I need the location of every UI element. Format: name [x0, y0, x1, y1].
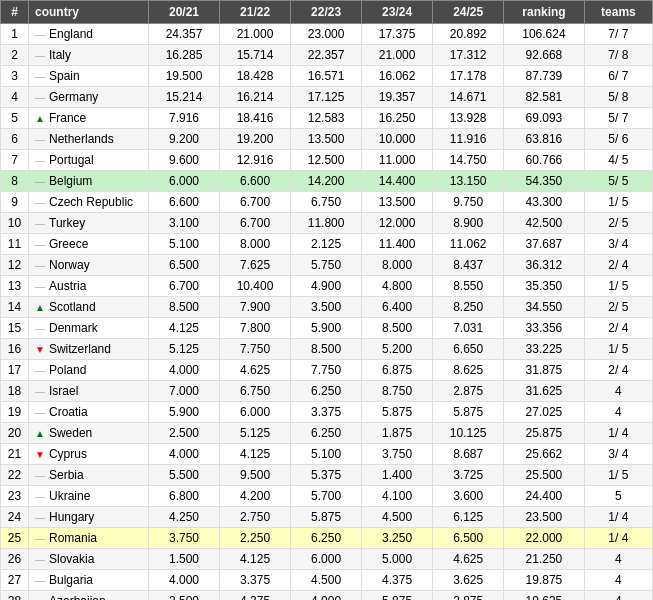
cell-y2425: 2.875: [433, 591, 504, 601]
cell-y2021: 6.700: [149, 276, 220, 297]
trend-icon: —: [35, 71, 45, 82]
trend-icon: —: [35, 281, 45, 292]
cell-ranking: 35.350: [504, 276, 585, 297]
country-name: Italy: [49, 48, 71, 62]
cell-teams: 7/ 8: [584, 45, 652, 66]
country-name: Hungary: [49, 510, 94, 524]
cell-y2223: 11.800: [291, 213, 362, 234]
trend-icon: —: [35, 197, 45, 208]
trend-icon: —: [35, 218, 45, 229]
cell-y2223: 12.500: [291, 150, 362, 171]
cell-y2021: 4.000: [149, 360, 220, 381]
col-teams: teams: [584, 1, 652, 24]
cell-y2223: 5.375: [291, 465, 362, 486]
cell-y2223: 6.250: [291, 423, 362, 444]
cell-y2425: 3.725: [433, 465, 504, 486]
country-name: Sweden: [49, 426, 92, 440]
cell-y2021: 6.600: [149, 192, 220, 213]
cell-y2425: 11.062: [433, 234, 504, 255]
table-row: 6 — Netherlands 9.200 19.200 13.500 10.0…: [1, 129, 653, 150]
country-name: Turkey: [49, 216, 85, 230]
cell-rank: 8: [1, 171, 29, 192]
cell-ranking: 23.500: [504, 507, 585, 528]
cell-y2425: 3.600: [433, 486, 504, 507]
cell-teams: 4: [584, 591, 652, 601]
cell-y2021: 2.500: [149, 423, 220, 444]
cell-y2223: 5.875: [291, 507, 362, 528]
cell-y2324: 4.800: [362, 276, 433, 297]
table-row: 19 — Croatia 5.900 6.000 3.375 5.875 5.8…: [1, 402, 653, 423]
cell-ranking: 19.625: [504, 591, 585, 601]
country-name: Poland: [49, 363, 86, 377]
cell-y2021: 16.285: [149, 45, 220, 66]
cell-teams: 3/ 4: [584, 444, 652, 465]
cell-y2223: 5.100: [291, 444, 362, 465]
cell-y2324: 5.200: [362, 339, 433, 360]
table-row: 21 ▼ Cyprus 4.000 4.125 5.100 3.750 8.68…: [1, 444, 653, 465]
table-row: 8 — Belgium 6.000 6.600 14.200 14.400 13…: [1, 171, 653, 192]
trend-icon: —: [35, 470, 45, 481]
cell-y2122: 12.916: [220, 150, 291, 171]
cell-rank: 20: [1, 423, 29, 444]
cell-ranking: 92.668: [504, 45, 585, 66]
trend-icon: —: [35, 323, 45, 334]
cell-teams: 1/ 5: [584, 192, 652, 213]
table-row: 23 — Ukraine 6.800 4.200 5.700 4.100 3.6…: [1, 486, 653, 507]
country-name: Ukraine: [49, 489, 90, 503]
cell-y2425: 8.625: [433, 360, 504, 381]
cell-y2223: 23.000: [291, 24, 362, 45]
cell-y2122: 5.125: [220, 423, 291, 444]
country-name: Bulgaria: [49, 573, 93, 587]
cell-y2122: 19.200: [220, 129, 291, 150]
cell-y2425: 11.916: [433, 129, 504, 150]
cell-y2021: 4.125: [149, 318, 220, 339]
cell-rank: 13: [1, 276, 29, 297]
table-row: 14 ▲ Scotland 8.500 7.900 3.500 6.400 8.…: [1, 297, 653, 318]
cell-y2021: 7.000: [149, 381, 220, 402]
cell-ranking: 60.766: [504, 150, 585, 171]
cell-ranking: 25.875: [504, 423, 585, 444]
cell-y2122: 4.125: [220, 444, 291, 465]
cell-ranking: 42.500: [504, 213, 585, 234]
country-name: Norway: [49, 258, 90, 272]
cell-country: — Czech Republic: [29, 192, 149, 213]
cell-y2425: 14.671: [433, 87, 504, 108]
country-name: Austria: [49, 279, 86, 293]
cell-y2324: 8.000: [362, 255, 433, 276]
cell-y2223: 16.571: [291, 66, 362, 87]
cell-y2021: 3.100: [149, 213, 220, 234]
table-row: 3 — Spain 19.500 18.428 16.571 16.062 17…: [1, 66, 653, 87]
cell-y2425: 4.625: [433, 549, 504, 570]
cell-y2021: 19.500: [149, 66, 220, 87]
cell-y2425: 10.125: [433, 423, 504, 444]
cell-y2425: 2.875: [433, 381, 504, 402]
cell-rank: 7: [1, 150, 29, 171]
cell-y2021: 5.500: [149, 465, 220, 486]
cell-ranking: 33.356: [504, 318, 585, 339]
cell-y2223: 5.750: [291, 255, 362, 276]
cell-y2223: 4.900: [291, 276, 362, 297]
cell-rank: 11: [1, 234, 29, 255]
cell-ranking: 43.300: [504, 192, 585, 213]
trend-icon: ▼: [35, 344, 45, 355]
cell-y2021: 6.800: [149, 486, 220, 507]
cell-y2021: 9.200: [149, 129, 220, 150]
cell-ranking: 31.625: [504, 381, 585, 402]
country-name: Slovakia: [49, 552, 94, 566]
table-row: 13 — Austria 6.700 10.400 4.900 4.800 8.…: [1, 276, 653, 297]
cell-y2324: 6.400: [362, 297, 433, 318]
cell-y2324: 11.400: [362, 234, 433, 255]
country-name: Czech Republic: [49, 195, 133, 209]
cell-rank: 17: [1, 360, 29, 381]
cell-y2122: 7.900: [220, 297, 291, 318]
cell-y2021: 9.600: [149, 150, 220, 171]
cell-y2122: 10.400: [220, 276, 291, 297]
cell-ranking: 69.093: [504, 108, 585, 129]
cell-rank: 27: [1, 570, 29, 591]
cell-ranking: 25.662: [504, 444, 585, 465]
cell-y2425: 9.750: [433, 192, 504, 213]
col-ranking: ranking: [504, 1, 585, 24]
cell-y2324: 4.375: [362, 570, 433, 591]
trend-icon: —: [35, 386, 45, 397]
cell-rank: 3: [1, 66, 29, 87]
